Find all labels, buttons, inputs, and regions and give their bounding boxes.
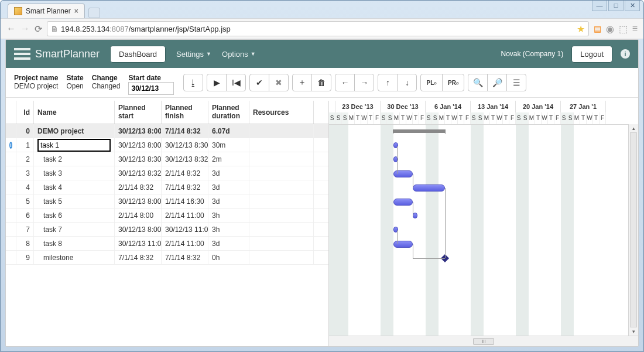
cell-id: 7 xyxy=(16,223,34,236)
pl-button[interactable]: PL⌕ xyxy=(420,74,443,91)
cell-name[interactable]: task 5 xyxy=(34,194,115,208)
timeline-day-label: S xyxy=(567,112,574,124)
timeline-day-label: S xyxy=(335,112,342,124)
reject-button[interactable]: ✖ xyxy=(269,74,289,91)
save-button[interactable]: ⭳ xyxy=(183,74,203,91)
table-row[interactable]: 6task 62/1/14 8:002/1/14 11:003h xyxy=(6,209,328,223)
timeline-day-label: M xyxy=(348,112,355,124)
startdate-input[interactable] xyxy=(128,82,174,95)
arrow-up-icon: ↑ xyxy=(386,78,390,87)
timeline-day-label: T xyxy=(593,112,600,124)
cell-name[interactable]: milestone xyxy=(34,251,115,264)
scroll-up-icon[interactable]: ▴ xyxy=(629,124,638,132)
pr-button[interactable]: PR⌕ xyxy=(442,74,464,91)
tab-close-icon[interactable]: × xyxy=(74,7,78,15)
col-name-header[interactable]: Name xyxy=(34,101,115,124)
move-up-button[interactable]: ↑ xyxy=(378,74,398,91)
task-bar xyxy=(393,170,413,177)
timeline-day-label: T xyxy=(490,112,496,124)
table-row[interactable]: 3task 330/12/13 8:322/1/14 8:323d xyxy=(6,166,328,180)
rss-icon[interactable]: ▤ xyxy=(594,24,601,33)
options-menu[interactable]: Options ▼ xyxy=(222,50,256,59)
cell-resources xyxy=(249,138,314,152)
gantt-row xyxy=(329,153,638,167)
table-row[interactable]: 0DEMO project30/12/13 8:007/1/14 8:326.0… xyxy=(6,124,328,138)
settings-menu[interactable]: Settings ▼ xyxy=(176,50,211,59)
check-icon: ✔ xyxy=(256,78,263,87)
gantt-horizontal-scrollbar[interactable] xyxy=(329,336,638,346)
window-close-button[interactable]: ✕ xyxy=(625,1,640,11)
cell-name[interactable]: task 7 xyxy=(34,223,115,236)
timeline-week-label: 27 Jan '1 xyxy=(561,101,606,112)
dashboard-button[interactable]: DashBoard xyxy=(110,46,166,63)
delete-button[interactable]: 🗑 xyxy=(311,74,331,91)
scroll-down-icon[interactable]: ▾ xyxy=(629,327,638,336)
nav-reload-icon[interactable]: ⟳ xyxy=(35,23,42,35)
accept-button[interactable]: ✔ xyxy=(249,74,269,91)
move-right-button[interactable]: → xyxy=(354,74,374,91)
timeline-day-label: T xyxy=(355,112,361,124)
cell-name[interactable]: task 8 xyxy=(34,237,115,250)
bookmark-star-icon[interactable]: ★ xyxy=(577,23,585,35)
cell-name[interactable]: task 4 xyxy=(34,180,115,194)
timeline-day-label: F xyxy=(554,112,561,124)
address-bar[interactable]: 🗎 194.8.253.134:8087/smartplanner/jsp/St… xyxy=(47,21,589,36)
project-name-label: Project name xyxy=(14,74,58,82)
move-left-button[interactable]: ← xyxy=(335,74,355,91)
cell-start: 30/12/13 8:00 xyxy=(115,138,162,152)
name-edit-input[interactable] xyxy=(37,139,111,152)
nav-back-icon[interactable]: ← xyxy=(6,23,16,34)
col-start-header[interactable]: Plannedstart xyxy=(115,101,162,124)
table-row[interactable]: 9milestone7/1/14 8:327/1/14 8:320h xyxy=(6,251,328,265)
timeline-day-label: S xyxy=(342,112,348,124)
skip-back-icon: I◀ xyxy=(232,78,241,87)
cell-name[interactable] xyxy=(34,138,115,152)
table-row[interactable]: 8task 830/12/13 11:02/1/14 11:003d xyxy=(6,237,328,251)
col-dur-header[interactable]: Plannedduration xyxy=(208,101,249,124)
skip-back-button[interactable]: I◀ xyxy=(226,74,246,91)
window-minimize-button[interactable]: — xyxy=(592,1,607,11)
new-tab-button[interactable] xyxy=(88,8,100,18)
help-icon[interactable]: i xyxy=(621,49,630,59)
window-maximize-button[interactable]: □ xyxy=(608,1,624,11)
scroll-thumb[interactable] xyxy=(473,338,494,345)
col-id-header[interactable]: Id xyxy=(16,101,34,124)
gantt-row xyxy=(329,223,638,237)
cell-duration: 0h xyxy=(208,251,249,264)
table-row[interactable]: i130/12/13 8:0030/12/13 8:3030m xyxy=(6,138,328,152)
cell-name[interactable]: DEMO project xyxy=(34,124,115,138)
chrome-menu-icon[interactable]: ≡ xyxy=(632,23,638,34)
timeline-day-label: T xyxy=(503,112,509,124)
zoom-in-button[interactable]: 🔍 xyxy=(468,74,488,91)
play-button[interactable]: ▶ xyxy=(207,74,227,91)
timeline-day-label: F xyxy=(374,112,381,124)
gantt-vertical-scrollbar[interactable]: ▴ ▾ xyxy=(628,124,638,336)
timeline-day-label: T xyxy=(535,112,542,124)
table-row[interactable]: 4task 42/1/14 8:327/1/14 8:323d xyxy=(6,180,328,194)
cell-name[interactable]: task 2 xyxy=(34,152,115,166)
extension-icon-2[interactable]: ⬚ xyxy=(619,23,628,35)
timeline-day-label: T xyxy=(368,112,374,124)
logout-button[interactable]: Logout xyxy=(571,46,612,63)
task-bar xyxy=(413,213,417,218)
table-row[interactable]: 5task 530/12/13 8:001/1/14 16:303d xyxy=(6,194,328,209)
timeline-day-label: M xyxy=(529,112,535,124)
cell-resources xyxy=(249,166,314,180)
table-row[interactable]: 2task 230/12/13 8:3030/12/13 8:322m xyxy=(6,152,328,166)
col-res-header[interactable]: Resources xyxy=(249,101,314,124)
table-row[interactable]: 7task 730/12/13 8:0030/12/13 11:003h xyxy=(6,223,328,237)
cell-name[interactable]: task 3 xyxy=(34,166,115,180)
col-finish-header[interactable]: Plannedfinish xyxy=(162,101,208,124)
cell-resources xyxy=(249,251,314,264)
fit-button[interactable]: ☰ xyxy=(506,74,526,91)
task-bar xyxy=(393,199,413,206)
move-down-button[interactable]: ↓ xyxy=(397,74,417,91)
extension-icon[interactable]: ◉ xyxy=(606,23,614,35)
brand-text: SmartPlanner xyxy=(35,48,100,60)
cell-name[interactable]: task 6 xyxy=(34,209,115,222)
zoom-out-button[interactable]: 🔎 xyxy=(487,74,507,91)
browser-tab[interactable]: Smart Planner × xyxy=(8,4,85,18)
cell-finish: 2/1/14 11:00 xyxy=(162,209,208,222)
add-button[interactable]: ＋ xyxy=(292,74,312,91)
info-icon: i xyxy=(9,142,12,149)
